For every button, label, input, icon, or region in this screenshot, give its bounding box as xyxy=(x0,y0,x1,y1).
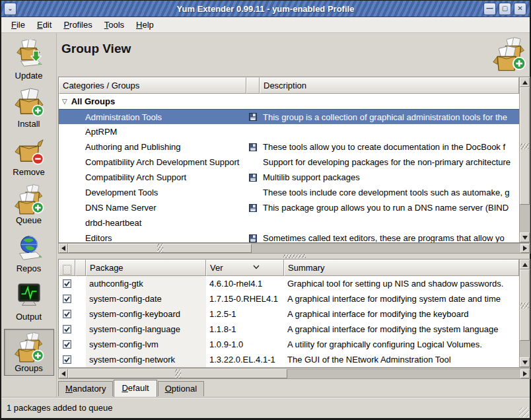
column-header-categories-groups[interactable]: Categories / Groups xyxy=(59,77,246,94)
column-header-package[interactable]: Package xyxy=(86,260,206,276)
menu-file[interactable]: File xyxy=(5,18,31,32)
package-checkbox[interactable] xyxy=(63,355,71,364)
minimize-button[interactable]: — xyxy=(483,3,496,15)
sidebar-label: Queue xyxy=(16,215,42,225)
sidebar-item-remove[interactable]: Remove xyxy=(4,136,54,177)
arrow-down-icon xyxy=(522,236,528,240)
column-header-description[interactable]: Description xyxy=(260,77,519,94)
scroll-right-button[interactable] xyxy=(520,369,530,378)
group-row[interactable]: drbd-heartbeat xyxy=(59,215,519,230)
window-menu-button[interactable]: ⌄ xyxy=(4,3,17,15)
pane-splitter[interactable] xyxy=(58,254,530,259)
column-header-checkbox[interactable] xyxy=(59,260,75,276)
package-summary: A graphical interface for modifying syst… xyxy=(284,291,519,306)
group-row[interactable]: Compatibility Arch Support Multilib supp… xyxy=(59,170,519,185)
titlebar[interactable]: Yum Extender 0.99.11 - yum-enabled Profi… xyxy=(1,1,530,17)
sidebar-item-install[interactable]: Install xyxy=(4,88,54,129)
group-row[interactable]: Editors Sometimes called text editors, t… xyxy=(59,230,519,242)
package-row[interactable]: system-config-language 1.1.8-1 A graphic… xyxy=(59,322,519,337)
tab-default[interactable]: Default xyxy=(114,380,157,397)
scrollbar-thumb[interactable] xyxy=(68,369,287,378)
group-name: drbd-heartbeat xyxy=(59,215,246,230)
column-header-summary[interactable]: Summary xyxy=(284,260,519,276)
group-root-row[interactable]: ▽ All Groups xyxy=(59,94,519,109)
package-row[interactable]: authconfig-gtk 4.6.10-rhel4.1 Graphical … xyxy=(59,276,519,291)
package-ver: 1.0.9-1.0 xyxy=(206,337,284,352)
group-name: AptRPM xyxy=(59,124,246,139)
maximize-button[interactable]: ▢ xyxy=(499,3,511,15)
package-checkbox[interactable] xyxy=(63,310,71,318)
package-row[interactable]: system-config-network 1.3.22.0.EL.4.1-1 … xyxy=(59,352,519,367)
group-view-icon xyxy=(492,37,526,71)
scroll-down-button[interactable] xyxy=(520,232,530,242)
sidebar-label: Groups xyxy=(15,363,43,373)
groups-vertical-scrollbar[interactable] xyxy=(519,77,530,242)
scroll-left-button[interactable] xyxy=(59,244,68,253)
group-name: Authoring and Publishing xyxy=(59,139,246,155)
menu-help[interactable]: Help xyxy=(130,18,160,32)
group-row[interactable]: AptRPM xyxy=(59,124,519,139)
sidebar: Update Install Remove xyxy=(1,33,57,397)
sort-descending-icon xyxy=(253,265,260,269)
arrow-right-icon xyxy=(523,246,527,251)
group-detail-tabs: Mandatory Default Optional xyxy=(58,380,205,396)
package-name: authconfig-gtk xyxy=(86,276,206,291)
triangle-down-icon[interactable]: ▽ xyxy=(62,98,67,105)
scroll-right-button[interactable] xyxy=(520,244,530,253)
tab-optional[interactable]: Optional xyxy=(158,381,204,396)
group-row[interactable]: Administration Tools This group is a col… xyxy=(59,109,519,124)
group-name: Compatibility Arch Support xyxy=(59,170,246,185)
check-icon xyxy=(63,295,71,302)
column-header-gap[interactable] xyxy=(75,260,86,276)
sidebar-item-repos[interactable]: Repos xyxy=(4,232,54,273)
scroll-up-button[interactable] xyxy=(520,77,530,87)
group-description: Sometimes called text editors, these are… xyxy=(260,230,519,242)
sidebar-label: Output xyxy=(16,312,42,322)
menu-tools[interactable]: Tools xyxy=(98,18,130,32)
groups-icon xyxy=(14,332,44,363)
scrollbar-thumb[interactable] xyxy=(520,269,530,341)
resize-grip[interactable] xyxy=(519,407,529,417)
status-text: 1 packages added to queue xyxy=(7,403,112,413)
packages-vertical-scrollbar[interactable] xyxy=(519,260,530,367)
package-row[interactable]: system-config-lvm 1.0.9-1.0 A utility fo… xyxy=(59,337,519,352)
check-icon xyxy=(63,310,71,318)
check-icon xyxy=(63,280,71,287)
group-row[interactable]: Compatibility Arch Development Support S… xyxy=(59,155,519,170)
package-ver: 1.2.5-1 xyxy=(206,306,284,322)
sidebar-item-groups[interactable]: Groups xyxy=(4,329,54,376)
scroll-down-button[interactable] xyxy=(520,357,530,367)
main-pane: Group View Categories / Groups Descripti… xyxy=(57,33,530,397)
check-icon xyxy=(63,326,71,333)
menu-profiles[interactable]: Profiles xyxy=(57,18,98,32)
arrow-left-icon xyxy=(61,371,65,376)
package-row[interactable]: system-config-date 1.7.15-0.RHEL4.1 A gr… xyxy=(59,291,519,306)
sidebar-item-output[interactable]: Output xyxy=(4,281,54,322)
arrow-left-icon xyxy=(61,246,65,251)
group-row[interactable]: Authoring and Publishing These tools all… xyxy=(59,139,519,155)
groups-horizontal-scrollbar[interactable] xyxy=(58,243,530,254)
package-checkbox[interactable] xyxy=(63,279,71,288)
floppy-icon xyxy=(249,204,257,212)
package-checkbox[interactable] xyxy=(63,325,71,333)
group-row[interactable]: Development Tools These tools include co… xyxy=(59,185,519,200)
sidebar-item-update[interactable]: Update xyxy=(4,40,54,81)
package-checkbox[interactable] xyxy=(63,340,71,349)
scrollbar-thumb[interactable] xyxy=(68,244,252,253)
column-header-icon[interactable] xyxy=(246,77,260,94)
sidebar-item-queue[interactable]: Queue xyxy=(4,184,54,225)
scroll-up-button[interactable] xyxy=(520,260,530,269)
statusbar: 1 packages added to queue xyxy=(1,397,530,418)
menu-edit[interactable]: Edit xyxy=(31,18,57,32)
scrollbar-thumb[interactable] xyxy=(520,87,530,205)
splitter-grip-icon xyxy=(283,254,306,258)
package-checkbox[interactable] xyxy=(63,295,71,303)
tab-mandatory[interactable]: Mandatory xyxy=(58,381,113,396)
group-row[interactable]: DNS Name Server This package group allow… xyxy=(59,200,519,215)
packages-horizontal-scrollbar[interactable] xyxy=(58,368,530,379)
scroll-left-button[interactable] xyxy=(59,369,68,378)
close-button[interactable]: ✕ xyxy=(514,3,526,15)
package-summary: A graphical interface for modifying the … xyxy=(284,306,519,322)
package-row[interactable]: system-config-keyboard 1.2.5-1 A graphic… xyxy=(59,306,519,322)
column-header-ver[interactable]: Ver xyxy=(206,260,284,276)
